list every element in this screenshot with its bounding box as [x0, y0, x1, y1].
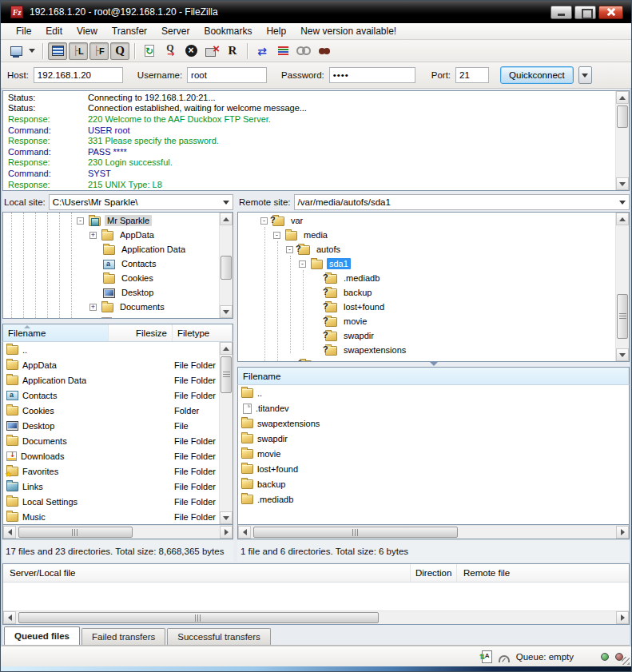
menu-item-server[interactable]: Server [154, 24, 197, 38]
file-row-backup[interactable]: backup [238, 476, 629, 491]
tree-item-backup[interactable]: backup [238, 285, 614, 300]
tab-failed-transfers[interactable]: Failed transfers [81, 628, 165, 645]
tree-item-dvd[interactable]: dvd [238, 357, 614, 361]
tree-item-cookies[interactable]: Cookies [3, 271, 218, 285]
tree-item-downloads[interactable]: +Downloads [3, 314, 218, 318]
tab-queued-files[interactable]: Queued files [4, 626, 80, 645]
menu-item-bookmarks[interactable]: Bookmarks [197, 24, 259, 38]
column-header-direction[interactable]: Direction [411, 564, 457, 582]
site-manager-dropdown-button[interactable] [26, 42, 37, 60]
file-row-application-data[interactable]: Application DataFile Folder [3, 372, 218, 388]
tree-item-movie[interactable]: movie [238, 314, 614, 328]
scroll-thumb[interactable] [253, 527, 458, 538]
scroll-right-button[interactable] [616, 526, 629, 539]
close-button[interactable] [598, 6, 623, 19]
host-input[interactable] [34, 67, 123, 83]
scroll-thumb[interactable] [18, 527, 133, 538]
title-bar[interactable]: Fz 192.168.1.20 - root@192.168.1.20 - Fi… [1, 1, 631, 23]
menu-item-new-version-available[interactable]: New version available! [293, 24, 403, 38]
scroll-track[interactable] [220, 225, 233, 305]
tree-item-sda1[interactable]: -sda1 [238, 256, 614, 271]
tree-item-media[interactable]: -media [238, 228, 614, 242]
remote-horizontal-scrollbar[interactable] [238, 525, 629, 539]
file-row-desktop[interactable]: DesktopFile [3, 418, 218, 433]
scroll-left-button[interactable] [3, 526, 16, 539]
collapse-expander-icon[interactable]: - [77, 217, 84, 225]
file-row-[interactable]: .. [238, 385, 629, 400]
local-list-vertical-scrollbar[interactable] [219, 342, 233, 524]
port-input[interactable] [455, 67, 489, 83]
resize-grip[interactable] [622, 657, 630, 665]
file-row-favorites[interactable]: FavoritesFile Folder [3, 463, 218, 479]
log-vertical-scrollbar[interactable] [615, 91, 629, 190]
scroll-thumb[interactable] [221, 356, 232, 393]
file-row-downloads[interactable]: DownloadsFile Folder [3, 448, 218, 463]
scroll-left-button[interactable] [238, 526, 251, 539]
scroll-up-button[interactable] [616, 213, 629, 225]
tree-item-appdata[interactable]: +AppData [3, 228, 218, 242]
scroll-right-button[interactable] [220, 526, 233, 539]
file-row-cookies[interactable]: CookiesFolder [3, 403, 218, 418]
transfer-type-icon[interactable] [482, 650, 492, 663]
reconnect-button[interactable] [223, 42, 242, 60]
scroll-track[interactable] [251, 526, 616, 539]
scroll-track[interactable] [16, 526, 220, 539]
local-splitter[interactable] [2, 319, 233, 324]
tab-successful-transfers[interactable]: Successful transfers [167, 628, 271, 645]
quickconnect-button[interactable]: Quickconnect [500, 66, 574, 84]
expand-expander-icon[interactable]: + [89, 232, 97, 239]
toggle-remote-tree-button[interactable] [89, 42, 109, 60]
collapse-expander-icon[interactable]: - [273, 232, 280, 239]
tree-item-var[interactable]: -var [238, 213, 614, 228]
scroll-down-button[interactable] [220, 511, 233, 524]
toggle-queue-button[interactable] [110, 42, 129, 60]
file-row-links[interactable]: LinksFile Folder [3, 479, 218, 494]
collapse-expander-icon[interactable]: - [286, 246, 293, 253]
tree-item-application-data[interactable]: Application Data [3, 242, 218, 256]
tree-item-swapextensions[interactable]: swapextensions [238, 343, 614, 357]
file-row-local-settings[interactable]: Local SettingsFile Folder [3, 494, 218, 509]
scroll-thumb[interactable] [617, 294, 628, 339]
expand-expander-icon[interactable]: + [89, 304, 97, 311]
tree-item-autofs[interactable]: -autofs [238, 242, 614, 256]
file-row-swapdir[interactable]: swapdir [238, 431, 629, 446]
collapse-expander-icon[interactable]: - [260, 217, 268, 225]
scroll-track[interactable] [616, 225, 629, 348]
username-input[interactable] [187, 67, 267, 83]
remote-tree-vertical-scrollbar[interactable] [615, 213, 629, 361]
tree-item-swapdir[interactable]: swapdir [238, 328, 614, 343]
scroll-down-button[interactable] [616, 348, 629, 361]
process-queue-button[interactable] [161, 42, 180, 60]
tree-item-mr-sparkle[interactable]: -Mr Sparkle [3, 213, 218, 228]
column-header-server-local-file[interactable]: Server/Local file [3, 564, 411, 582]
scroll-up-button[interactable] [220, 213, 233, 225]
minimize-button[interactable] [551, 6, 572, 19]
find-button[interactable] [315, 42, 334, 60]
tree-item-lost-found[interactable]: lost+found [238, 300, 614, 314]
compare-button[interactable] [252, 42, 272, 60]
scroll-track[interactable] [220, 355, 233, 511]
toggle-local-tree-button[interactable] [69, 42, 88, 60]
file-row-mediadb[interactable]: .mediadb [238, 491, 629, 507]
file-row-music[interactable]: MusicFile Folder [3, 509, 218, 524]
menu-item-help[interactable]: Help [259, 24, 293, 38]
menu-item-view[interactable]: View [70, 24, 105, 38]
file-row-appdata[interactable]: AppDataFile Folder [3, 357, 218, 372]
column-header-filename[interactable]: Filename [3, 324, 109, 341]
menu-item-transfer[interactable]: Transfer [105, 24, 154, 38]
cancel-button[interactable] [181, 42, 201, 60]
queue-horizontal-scrollbar[interactable] [3, 610, 629, 624]
local-horizontal-scrollbar[interactable] [3, 525, 233, 539]
scroll-down-button[interactable] [220, 305, 233, 318]
scroll-track[interactable] [616, 104, 629, 177]
local-tree-vertical-scrollbar[interactable] [219, 213, 233, 318]
site-manager-button[interactable] [6, 42, 26, 60]
column-header-filesize[interactable]: Filesize [109, 324, 173, 341]
refresh-button[interactable] [140, 42, 159, 60]
file-row-lost-found[interactable]: lost+found [238, 461, 629, 476]
menu-item-file[interactable]: File [9, 24, 38, 38]
column-header-filetype[interactable]: Filetype [173, 324, 233, 341]
tree-item-contacts[interactable]: Contacts [3, 256, 218, 271]
disconnect-button[interactable] [202, 42, 221, 60]
file-row-titandev[interactable]: .titandev [238, 400, 629, 416]
